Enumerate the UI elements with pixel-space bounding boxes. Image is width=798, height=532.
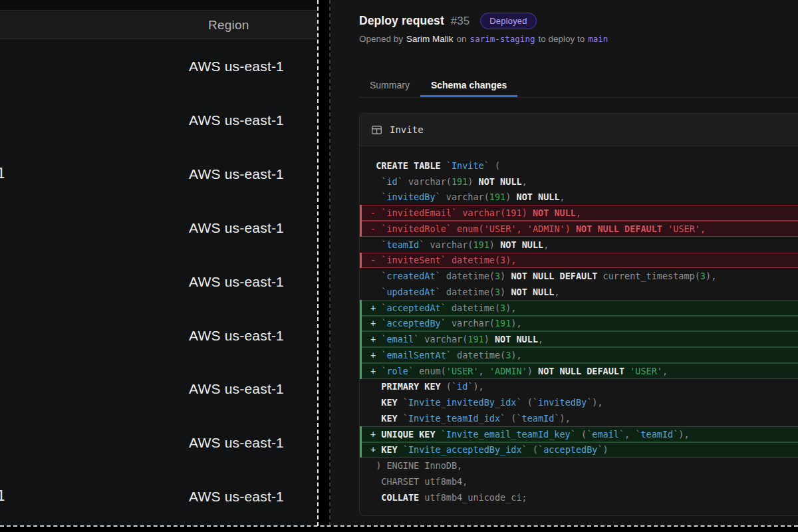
diff-added-line: + UNIQUE KEY `Invite_email_teamId_key` (… [360, 426, 798, 442]
diff-table-name: Invite [390, 124, 424, 135]
region-cell: AWS us-east-1 [189, 112, 284, 128]
table-row[interactable]: AWS us-east-1 [0, 201, 284, 255]
region-cell: AWS us-east-1 [189, 489, 284, 505]
code-line: `invitedBy` varchar(191) NOT NULL, [360, 190, 798, 205]
branch-table-panel: Region AWS us-east-1AWS us-east-1AWS us-… [0, 0, 317, 525]
diff-added-line: + `acceptedAt` datetime(3), [360, 300, 798, 316]
region-cell: AWS us-east-1 [189, 220, 284, 236]
status-badge: Deployed [480, 13, 537, 29]
code-line: CHARSET utf8mb4, [360, 473, 798, 489]
region-cell: AWS us-east-1 [189, 166, 284, 182]
tab-summary[interactable]: Summary [359, 73, 420, 97]
deploy-request-number: #35 [451, 15, 469, 28]
table-row[interactable]: AWS us-east-1 [0, 94, 284, 148]
diff-table-header: Invite [360, 114, 798, 146]
code-line: `createdAt` datetime(3) NOT NULL DEFAULT… [360, 268, 798, 284]
sql-diff-code: CREATE TABLE `Invite` ( `id` varchar(191… [360, 146, 798, 505]
selection-dashed-border-left [317, 0, 319, 526]
clipped-cell-text: 1 [0, 166, 10, 182]
region-cell: AWS us-east-1 [189, 328, 284, 344]
tab-schema-changes[interactable]: Schema changes [420, 73, 517, 97]
region-cell: AWS us-east-1 [189, 381, 284, 397]
author-name: Sarim Malik [406, 34, 454, 44]
region-column-header: Region [208, 11, 249, 39]
schema-diff-panel: Invite CREATE TABLE `Invite` ( `id` varc… [359, 113, 798, 516]
selection-dashed-border-bottom [0, 525, 798, 527]
diff-added-line: + KEY `Invite_acceptedBy_idx` (`accepted… [360, 442, 798, 458]
diff-added-line: + `email` varchar(191) NOT NULL, [360, 331, 798, 347]
code-line: `updatedAt` datetime(3) NOT NULL, [360, 284, 798, 300]
table-top-strip [0, 0, 317, 11]
deploy-request-panel: Deploy request #35 Deployed Opened by Sa… [331, 0, 798, 525]
code-line: KEY `Invite_teamId_idx` (`teamId`), [360, 410, 798, 426]
diff-added-line: + `acceptedBy` varchar(191), [360, 316, 798, 332]
code-line: PRIMARY KEY (`id`), [360, 379, 798, 395]
code-line: CREATE TABLE `Invite` ( [360, 158, 798, 174]
region-rows: AWS us-east-1AWS us-east-1AWS us-east-1A… [0, 40, 284, 524]
diff-added-line: + `emailSentAt` datetime(3), [360, 347, 798, 363]
table-row[interactable]: AWS us-east-1 [0, 148, 284, 201]
opened-by-text: Opened by [359, 34, 403, 44]
clipped-cell-text: 1 [0, 488, 10, 504]
region-cell: AWS us-east-1 [189, 274, 284, 290]
region-cell: AWS us-east-1 [189, 435, 284, 451]
code-line: KEY `Invite_invitedBy_idx` (`invitedBy`)… [360, 394, 798, 410]
diff-removed-line: - `inviteSent` datetime(3), [360, 253, 798, 269]
table-row[interactable]: AWS us-east-1 [0, 309, 284, 362]
table-header-row: Region [0, 11, 317, 39]
table-row[interactable]: AWS us-east-1 [0, 255, 284, 309]
tab-bar: Summary Schema changes [359, 73, 798, 98]
table-grid-icon [371, 124, 382, 136]
page-title: Deploy request [359, 14, 444, 28]
diff-added-line: + `role` enum('USER', 'ADMIN') NOT NULL … [360, 363, 798, 379]
target-branch-link[interactable]: main [588, 34, 608, 44]
table-row[interactable]: AWS us-east-1 [0, 416, 284, 470]
on-text: on [457, 34, 467, 44]
code-line: COLLATE utf8mb4_unicode_ci; [360, 489, 798, 505]
code-line: ) ENGINE InnoDB, [360, 458, 798, 473]
screenshot-composition: Region AWS us-east-1AWS us-east-1AWS us-… [0, 0, 798, 532]
code-line: `id` varchar(191) NOT NULL, [360, 174, 798, 190]
deploy-to-text: to deploy to [538, 34, 585, 44]
source-branch-link[interactable]: sarim-staging [470, 34, 535, 44]
table-row[interactable]: AWS us-east-1 [0, 362, 284, 416]
code-line: `teamId` varchar(191) NOT NULL, [360, 237, 798, 253]
deploy-request-subtitle: Opened by Sarim Malik on sarim-staging t… [359, 34, 608, 44]
table-row[interactable]: AWS us-east-1 [0, 40, 284, 94]
table-row[interactable]: AWS us-east-1 [0, 470, 284, 524]
region-cell: AWS us-east-1 [189, 59, 284, 74]
deploy-request-titlebar: Deploy request #35 Deployed [359, 13, 537, 29]
diff-removed-line: - `invitedEmail` varchar(191) NOT NULL, [360, 205, 798, 221]
diff-removed-line: - `invitedRole` enum('USER', 'ADMIN') NO… [360, 221, 798, 237]
